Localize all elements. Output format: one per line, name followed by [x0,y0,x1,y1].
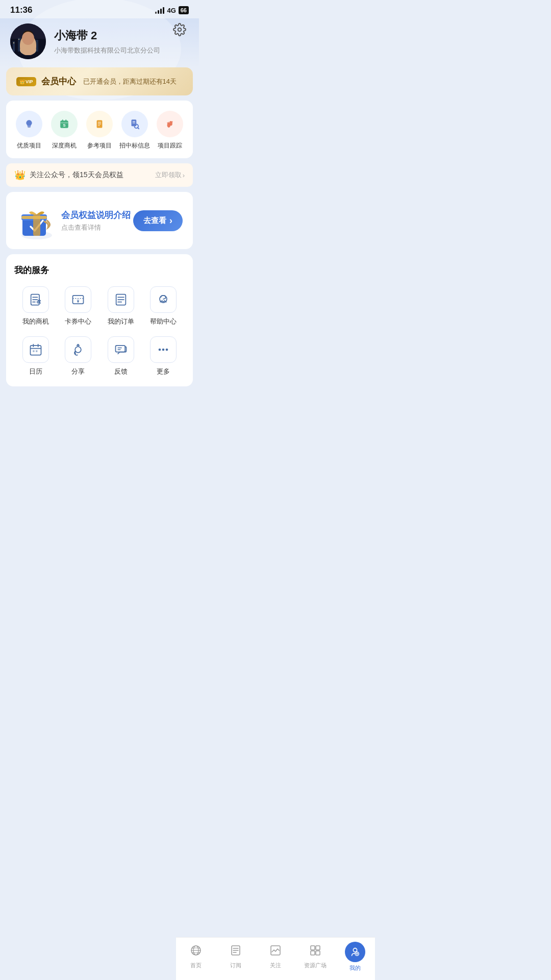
svg-text:S: S [63,123,65,128]
vip-badge: 👑 VIP [16,77,36,86]
service-my-bizops[interactable]: 我的商机 [14,286,57,326]
benefits-info: 会员权益说明介绍 点击查看详情 [61,209,131,232]
svg-point-74 [166,349,168,351]
benefits-left: 会员权益说明介绍 点击查看详情 [16,202,131,239]
svg-rect-33 [133,122,135,123]
share-svg [71,342,85,357]
svg-point-40 [169,122,170,123]
svg-point-72 [159,349,161,351]
service-help[interactable]: 帮助中心 [142,286,185,326]
nav-deep-business[interactable]: S 深度商机 [49,111,80,150]
deep-business-label: 深度商机 [52,141,77,150]
gear-icon [173,23,186,36]
vip-subtitle: 已开通会员，距离过期还有14天 [83,77,177,86]
bid-info-icon [121,111,148,137]
orders-icon [108,286,134,313]
feedback-label: 反馈 [114,367,128,376]
feedback-svg [114,342,128,357]
calendar-svc-icon [22,336,49,363]
svg-point-10 [22,34,34,46]
service-calendar[interactable]: 日历 [14,336,57,376]
svg-rect-47 [21,216,47,219]
svg-point-11 [24,34,32,43]
benefits-title: 会员权益说明介绍 [61,209,131,221]
svg-rect-15 [24,46,32,54]
gift-illustration [16,202,53,239]
project-track-icon [157,111,183,137]
crown-banner-icon: 👑 [14,169,26,181]
vip-card[interactable]: 👑 VIP 会员中心 已开通会员，距离过期还有14天 [6,67,193,95]
svg-rect-24 [65,119,66,121]
banner-strip[interactable]: 👑 关注公众号，领15天会员权益 立即领取 › [6,163,193,187]
svg-rect-32 [133,121,135,122]
avatar-image [10,23,46,59]
svg-rect-17 [27,126,31,127]
avatar-svg [10,23,46,59]
calendar-s-icon: S [58,117,71,131]
benefits-card: 会员权益说明介绍 点击查看详情 去查看 › [6,192,193,249]
bizops-svg [29,292,43,307]
calendar-svc-label: 日历 [29,367,42,376]
quick-nav: 优质项目 S 深度商机 [6,101,193,158]
nav-quality-project[interactable]: 优质项目 [14,111,44,150]
benefits-title-colored: 会员权益 [61,210,96,220]
project-track-label: 项目跟踪 [158,141,182,150]
svg-point-0 [178,28,182,32]
banner-action[interactable]: 立即领取 › [155,170,185,180]
svg-rect-8 [18,39,19,40]
profile-company: 小海带数据科技有限公司北京分公司 [54,46,160,55]
svg-rect-62 [30,346,41,355]
service-feedback[interactable]: 反馈 [99,336,142,376]
help-icon [150,286,177,313]
feedback-icon [108,336,134,363]
services-title: 我的服务 [14,264,185,276]
avatar[interactable] [10,23,46,59]
orders-svg [114,292,128,307]
settings-button[interactable] [170,20,189,39]
svg-rect-23 [62,119,63,121]
svg-rect-66 [33,350,34,352]
footprint-icon [163,117,177,131]
goto-button[interactable]: 去查看 › [133,210,183,231]
service-share[interactable]: 分享 [57,336,100,376]
svg-point-12 [23,31,33,39]
service-coupon[interactable]: ¥ 卡券中心 [57,286,100,326]
my-bizops-label: 我的商机 [22,317,49,326]
search-doc-icon [128,117,141,131]
svg-rect-69 [115,346,125,352]
more-svg [156,342,170,357]
svg-point-73 [162,349,165,351]
help-label: 帮助中心 [150,317,177,326]
coupon-icon: ¥ [65,286,91,313]
more-label: 更多 [157,367,170,376]
profile-row: 小海带 2 小海带数据科技有限公司北京分公司 [10,18,189,59]
svg-rect-28 [98,124,102,125]
svg-rect-5 [26,36,30,52]
share-label: 分享 [71,367,85,376]
nav-ref-project[interactable]: 参考项目 [84,111,115,150]
status-time: 11:36 [10,5,32,15]
bid-info-label: 招中标信息 [119,141,150,150]
svg-point-42 [171,121,173,122]
profile-info: 小海带 2 小海带数据科技有限公司北京分公司 [54,28,160,55]
calendar-svc-svg [29,342,43,357]
ref-project-label: 参考项目 [87,141,112,150]
network-type: 4G [167,7,176,14]
svg-rect-67 [36,350,38,352]
service-more[interactable]: 更多 [142,336,185,376]
help-svg [156,292,170,307]
status-right: 4G 66 [155,6,189,14]
svg-rect-18 [28,127,30,128]
nav-project-track[interactable]: 项目跟踪 [155,111,185,150]
benefits-subtitle: 点击查看详情 [61,223,131,232]
service-orders[interactable]: 我的订单 [99,286,142,326]
svg-rect-27 [98,122,102,123]
profile-name: 小海带 2 [54,28,160,43]
svg-rect-7 [13,42,14,43]
quality-project-label: 优质项目 [17,141,41,150]
nav-bid-info[interactable]: 招中标信息 [119,111,150,150]
svg-point-14 [20,45,36,55]
svg-point-41 [170,121,171,122]
header-section: 小海带 2 小海带数据科技有限公司北京分公司 [0,18,199,67]
banner-action-text: 立即领取 [155,170,182,180]
